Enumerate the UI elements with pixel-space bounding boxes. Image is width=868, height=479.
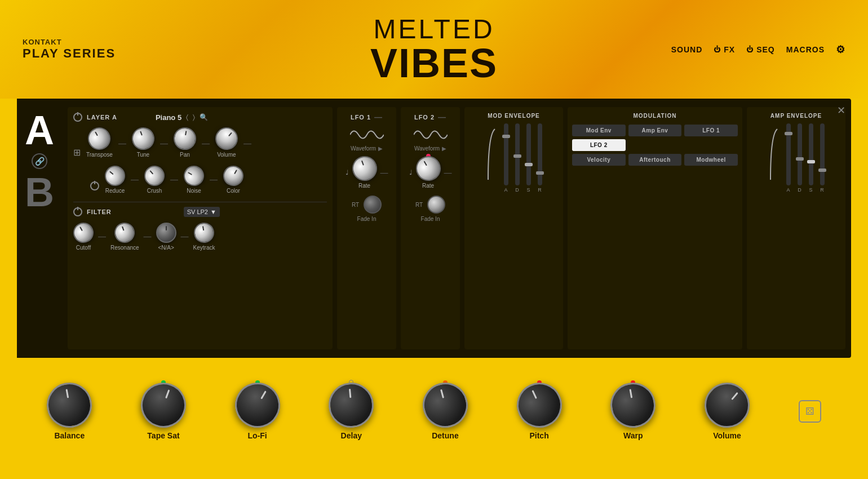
modulation-title: MODULATION [572,113,738,119]
transpose-knob-container: Transpose [86,127,113,158]
amp-env-a-track[interactable] [786,123,791,185]
mod-btn-lfo1[interactable]: LFO 1 [684,125,738,136]
na-knob[interactable] [156,223,176,243]
lfo2-rt-knob[interactable] [427,196,445,214]
nav-macros[interactable]: MACROS [786,45,825,54]
amp-env-r-thumb [818,168,826,172]
tape-sat-knob[interactable] [135,376,193,434]
dice-icon: ⚄ [805,405,814,418]
pan-knob[interactable] [172,126,198,152]
mod-env-s-track[interactable] [526,123,531,185]
reduce-knob-container: Reduce [105,166,125,194]
pitch-knob[interactable] [509,375,569,435]
amp-env-a-thumb [785,132,792,135]
lfo2-waveform-arrow[interactable]: ▶ [442,145,446,152]
balance-container: Balance [47,383,92,440]
preset-prev-icon[interactable]: 〈 [186,113,188,121]
filter-type-wrapper: SV LP2 ▼ [184,207,220,217]
lfo2-rate-knob[interactable] [411,152,445,185]
mod-env-s-label: S [526,187,530,193]
layer-a-label[interactable]: A [25,110,54,150]
lfo1-title: LFO 1 — [351,113,383,122]
lfo2-waveform-label: Waveform ▶ [414,145,446,152]
mod-btn-velocity[interactable]: Velocity [572,154,626,166]
lfo2-fade-label: Fade In [421,216,440,222]
tune-label: Tune [137,152,149,158]
settings-gear-icon[interactable]: ⚙ [836,43,845,56]
color-knob[interactable] [219,162,247,189]
mod-btn-amp-env[interactable]: Amp Env [628,125,682,136]
modulation-buttons-row2: Velocity Aftertouch Modwheel [572,154,738,166]
amp-envelope-title: AMP ENVELOPE [751,113,841,119]
separator-6: — [170,175,178,184]
lfo1-rate-label: Rate [358,183,370,189]
preset-next-icon[interactable]: 〉 [193,113,195,121]
amp-env-curve [768,123,780,193]
mod-btn-lfo2[interactable]: LFO 2 [572,139,626,151]
delay-knob[interactable] [327,381,376,430]
mod-env-curve-svg [486,123,497,185]
mod-env-d-track[interactable] [515,123,520,185]
transpose-knob[interactable] [84,123,115,154]
lfo2-rt-label: RT [415,202,423,208]
detune-knob[interactable] [418,378,473,433]
separator-4: — [243,139,251,148]
lofi-knob[interactable] [227,374,288,436]
layer-link-icon[interactable]: 🔗 [32,153,47,169]
lfo1-rt-knob[interactable] [364,196,382,214]
bottom-bar: Balance Tape Sat Lo-Fi Delay Detune Pitc… [0,358,868,465]
amp-env-r-col: R [820,123,825,193]
crush-knob[interactable] [140,162,169,190]
mod-env-a-label: A [504,187,507,193]
resonance-knob[interactable] [112,220,138,246]
mod-btn-modwheel[interactable]: Modwheel [684,154,738,166]
mod-env-r-track[interactable] [538,123,542,185]
grid-icon[interactable]: ⊞ [73,147,81,158]
balance-knob[interactable] [43,379,96,432]
mod-btn-aftertouch[interactable]: Aftertouch [628,154,682,166]
title-block: MELTED VIBES [370,16,498,83]
transpose-label: Transpose [86,152,113,158]
layer-b-label[interactable]: B [25,172,54,212]
close-button[interactable]: ✕ [837,104,845,117]
nav-fx[interactable]: ⏻ FX [714,45,735,54]
header-left: KONTAKT PLAY SERIES [23,38,116,61]
amp-env-r-label: R [820,187,824,193]
filter-type-button[interactable]: SV LP2 ▼ [184,207,220,217]
filter-power-icon[interactable] [73,207,82,216]
lfo1-rate-knob[interactable] [348,153,380,184]
nav-seq[interactable]: ⏻ SEQ [746,45,775,54]
reduce-label: Reduce [105,188,125,194]
mod-env-a-track[interactable] [504,123,508,185]
noise-knob[interactable] [180,162,207,189]
layer-a-power-icon[interactable] [73,113,82,122]
lfo2-rate-row: ♩ Rate — [409,156,452,189]
amp-env-d-label: D [798,187,801,193]
amp-env-r-track[interactable] [820,123,825,185]
volume-knob[interactable] [211,123,242,154]
lfo1-waveform-arrow[interactable]: ▶ [378,145,383,152]
keytrack-knob[interactable] [192,221,216,245]
lfo1-rt-label: RT [352,202,359,208]
kontakt-label: KONTAKT [23,38,116,46]
mod-btn-mod-env[interactable]: Mod Env [572,125,626,136]
tune-knob[interactable] [129,124,157,153]
nav-sound[interactable]: SOUND [671,45,703,54]
color-knob-container: Color [223,166,243,194]
cutoff-knob[interactable] [69,219,97,246]
amp-env-d-track[interactable] [798,123,802,185]
warp-container: Warp [610,383,656,440]
resonance-label: Resonance [110,245,139,251]
reduce-power-icon[interactable] [90,181,99,190]
preset-search-icon[interactable]: 🔍 [200,113,208,121]
amp-env-s-track[interactable] [809,123,813,185]
lfo2-rate-label: Rate [422,183,434,189]
balance-label: Balance [54,431,85,440]
warp-knob[interactable] [607,379,659,432]
volume-bottom-container: Volume [705,383,750,440]
dice-button[interactable]: ⚄ [799,400,821,423]
volume-bottom-knob[interactable] [696,374,759,437]
crush-label: Crush [147,188,162,194]
main-panel: ✕ A 🔗 B LAYER A Piano 5 〈 〉 🔍 [17,99,851,358]
reduce-knob[interactable] [101,162,130,190]
